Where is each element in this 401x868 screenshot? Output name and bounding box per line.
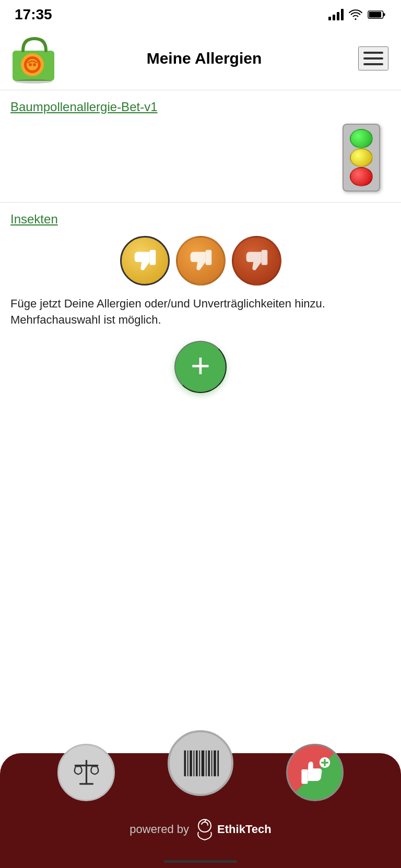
svg-rect-11 (262, 249, 268, 265)
hamburger-line-3 (363, 63, 383, 65)
svg-rect-17 (184, 750, 186, 776)
allergy-item-insekten: Insekten (0, 203, 401, 414)
hamburger-line-1 (363, 52, 383, 54)
allergy-level-severe[interactable] (232, 236, 281, 286)
ethiktech-brand-name: EthikTech (217, 823, 272, 836)
scale-icon (69, 756, 103, 790)
nav-scanner-button[interactable] (168, 730, 233, 796)
ethiktech-icon (194, 818, 215, 841)
menu-button[interactable] (358, 46, 388, 70)
allergy-link-baumpollenallergie[interactable]: Baumpollenallergie-Bet-v1 (10, 100, 157, 114)
svg-point-6 (29, 63, 32, 66)
status-icons (328, 9, 386, 20)
traffic-light-container (10, 124, 391, 192)
svg-rect-19 (190, 750, 192, 776)
home-indicator (164, 860, 237, 863)
svg-rect-29 (302, 769, 308, 784)
allergy-item-baumpollenallergie: Baumpollenallergie-Bet-v1 (0, 90, 401, 203)
svg-rect-21 (196, 750, 198, 776)
powered-by-section: powered by EthikTech (129, 818, 271, 841)
nav-add-favorite-button[interactable] (286, 744, 344, 801)
allergy-description: Füge jetzt Deine Allergien oder/und Unve… (10, 296, 391, 328)
bottom-navigation: powered by EthikTech (0, 753, 401, 868)
hamburger-line-2 (363, 57, 383, 60)
svg-rect-27 (214, 750, 216, 776)
barcode-icon (182, 746, 219, 780)
svg-point-8 (15, 79, 52, 84)
svg-rect-18 (187, 750, 188, 776)
bottom-nav-icons (0, 730, 401, 801)
svg-point-7 (33, 63, 36, 66)
traffic-yellow (350, 148, 373, 168)
svg-rect-24 (206, 750, 207, 776)
ethiktech-logo: EthikTech (194, 818, 272, 841)
svg-rect-26 (211, 750, 213, 776)
allergy-link-insekten[interactable]: Insekten (10, 212, 58, 227)
svg-rect-20 (193, 750, 194, 776)
allergy-level-icons (10, 236, 391, 286)
traffic-light-icon (343, 124, 380, 192)
page-title: Meine Allergien (50, 50, 358, 67)
thumbsdown-icon-yellow (129, 246, 160, 276)
add-allergy-container: + (10, 341, 391, 393)
traffic-red (350, 167, 373, 186)
main-content: Baumpollenallergie-Bet-v1 Insekten (0, 90, 401, 414)
svg-rect-9 (150, 249, 156, 265)
svg-rect-25 (208, 750, 210, 776)
thumbsdown-icon-severe (241, 246, 272, 276)
svg-rect-22 (199, 750, 200, 776)
logo-bag-svg (8, 32, 61, 85)
signal-bars-icon (328, 9, 344, 20)
nav-compare-button[interactable] (57, 744, 115, 801)
thumbsup-plus-icon (298, 756, 332, 790)
status-time: 17:35 (15, 6, 52, 23)
svg-rect-10 (206, 249, 212, 265)
thumbsdown-icon-orange (185, 246, 216, 276)
add-plus-icon: + (191, 349, 210, 383)
svg-rect-23 (202, 750, 204, 776)
status-bar: 17:35 (0, 0, 401, 27)
traffic-green (350, 129, 373, 148)
app-header: Meine Allergien (0, 27, 401, 90)
allergy-level-medium[interactable] (176, 236, 226, 286)
powered-by-label: powered by (129, 823, 189, 836)
allergy-level-low[interactable] (120, 236, 170, 286)
svg-rect-28 (217, 750, 219, 776)
wifi-icon (349, 9, 362, 20)
battery-icon (368, 9, 386, 20)
app-logo[interactable] (8, 32, 61, 85)
svg-rect-1 (369, 12, 381, 18)
add-allergy-button[interactable]: + (174, 341, 227, 393)
